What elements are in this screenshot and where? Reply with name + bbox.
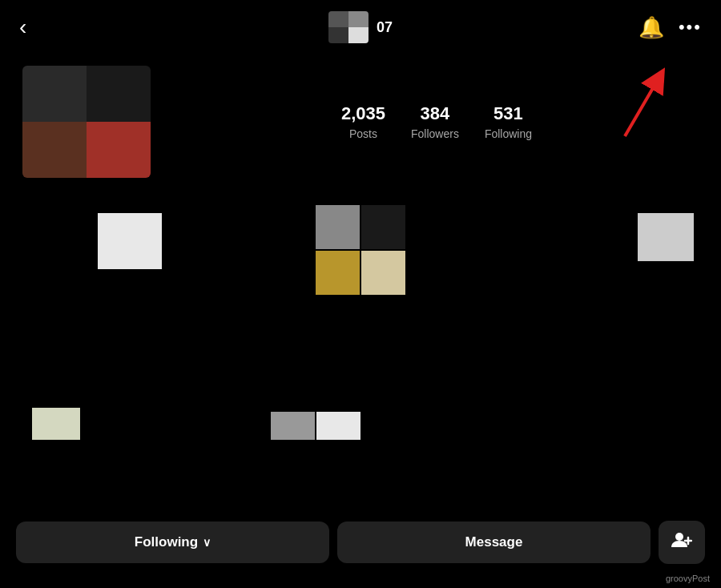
color-patch-light <box>638 213 694 261</box>
profile-thumbnail <box>328 11 369 43</box>
avatar-q4 <box>87 122 151 178</box>
notification-bell-icon[interactable]: 🔔 <box>638 15 664 40</box>
following-button[interactable]: Following ∨ <box>16 522 329 563</box>
username-label: 07 <box>377 19 393 36</box>
message-label: Message <box>465 534 523 550</box>
patch-light-gray <box>316 412 360 440</box>
posts-label: Posts <box>349 127 377 140</box>
grid-cell-2[interactable] <box>247 197 475 325</box>
grid-cell-5[interactable] <box>247 328 475 456</box>
followers-stat[interactable]: 384 Followers <box>411 103 459 140</box>
followers-label: Followers <box>411 127 459 140</box>
watermark: groovyPost <box>666 574 710 583</box>
thumb-c4 <box>348 27 369 43</box>
row1-b <box>271 412 360 440</box>
add-friend-icon <box>671 531 692 554</box>
patch-sage <box>32 408 80 440</box>
action-bar: Following ∨ Message <box>0 521 721 564</box>
thumb-c3 <box>328 27 348 43</box>
following-count: 531 <box>493 103 523 124</box>
add-friend-button[interactable] <box>659 521 705 564</box>
row1 <box>316 205 405 249</box>
avatar-q3 <box>22 122 87 178</box>
header: ‹ 07 🔔 ••• <box>0 0 721 50</box>
color-patch-white <box>98 213 162 269</box>
profile-section: 2,035 Posts 384 Followers 531 Following <box>0 50 721 197</box>
grid-cell-3[interactable] <box>477 197 705 325</box>
followers-count: 384 <box>421 103 450 124</box>
patch-gold <box>316 251 360 295</box>
grid-cell-6[interactable] <box>477 328 705 456</box>
following-stat[interactable]: 531 Following <box>485 103 532 140</box>
following-label: Following <box>485 127 532 140</box>
patch-gray <box>316 205 360 249</box>
posts-count: 2,035 <box>341 103 385 124</box>
svg-point-2 <box>675 533 683 541</box>
following-label: Following <box>135 534 198 550</box>
header-center: 07 <box>328 11 393 43</box>
posts-stat[interactable]: 2,035 Posts <box>341 103 385 140</box>
patch-mid-gray <box>271 412 315 440</box>
header-left: ‹ <box>19 14 34 40</box>
back-button[interactable]: ‹ <box>19 14 26 40</box>
avatar-q1 <box>22 66 87 122</box>
avatar-q2 <box>87 66 151 122</box>
grid-cell-4[interactable] <box>16 328 244 456</box>
stats-container: 2,035 Posts 384 Followers 531 Following <box>175 103 699 140</box>
row2 <box>316 251 405 295</box>
header-right: 🔔 ••• <box>638 15 702 40</box>
thumb-c2 <box>348 11 369 27</box>
message-button[interactable]: Message <box>337 522 651 563</box>
chevron-down-icon: ∨ <box>203 536 211 549</box>
thumb-c1 <box>328 11 348 27</box>
photo-grid <box>0 197 721 456</box>
more-options-icon[interactable]: ••• <box>679 17 702 38</box>
grid-cell-1[interactable] <box>16 197 244 325</box>
patch-dark <box>361 205 405 249</box>
patch-tan <box>361 251 405 295</box>
avatar <box>22 66 151 178</box>
